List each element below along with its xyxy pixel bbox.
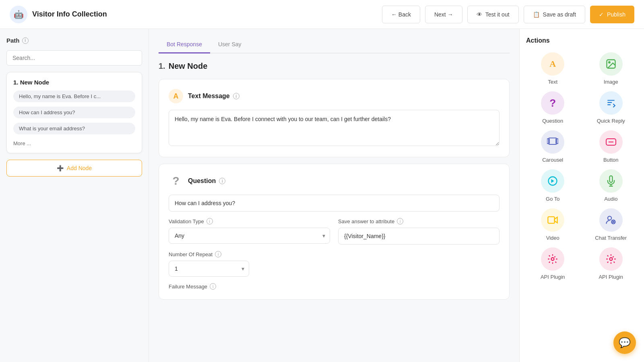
text-message-card: A Text Message i Hello, my name is Eva. … [159,79,510,157]
header: 🤖 Visitor Info Collection ← Back Next → … [0,0,644,29]
svg-point-14 [609,258,612,261]
action-question-label: Question [542,118,563,124]
action-goto-icon [541,169,564,193]
actions-panel: Actions ATextImage?QuestionQuick ReplyCa… [519,29,644,362]
repeat-group: Number Of Repeat i 1 2 3 ▾ [169,251,500,277]
next-button[interactable]: Next → [425,6,462,23]
action-text-icon: A [541,52,564,76]
failure-message-group: Failure Message i [169,283,500,290]
node-message-3[interactable]: What is your email address? [13,123,135,134]
action-quickreply-icon [599,91,623,115]
repeat-info-icon[interactable]: i [215,251,221,257]
chat-bubble[interactable]: 💬 [613,331,636,354]
question-info-icon[interactable]: i [219,178,225,184]
publish-label: Publish [607,11,625,18]
validation-type-select-wrapper: Any Email Number Text ▾ [169,228,330,244]
validation-info-icon[interactable]: i [206,218,213,224]
path-info-icon[interactable]: i [22,37,29,44]
svg-rect-4 [556,139,558,144]
save-draft-label: Save as draft [543,11,576,18]
question-form-row: Validation Type i Any Email Number Text … [169,218,500,245]
action-image[interactable]: Image [584,52,638,85]
node-more[interactable]: More ... [13,140,135,146]
action-apiplugin1-icon [541,247,564,271]
svg-rect-3 [547,139,549,144]
tab-bot-response[interactable]: Bot Response [159,37,210,53]
action-button[interactable]: Button [584,130,638,163]
app-title: Visitor Info Collection [32,10,377,19]
actions-title: Actions [526,37,638,44]
node-number: 1. [159,62,165,71]
failure-message-info-icon[interactable]: i [210,283,216,290]
add-node-button[interactable]: ➕ Add Node [6,160,142,177]
action-apiplugin1-label: API Plugin [541,274,565,280]
repeat-select[interactable]: 1 2 3 [169,261,249,277]
text-message-title: Text Message i [188,93,239,100]
question-input[interactable] [169,195,500,212]
action-video-label: Video [546,235,559,241]
add-node-label: Add Node [67,165,92,171]
action-carousel[interactable]: Carousel [526,130,580,163]
save-answer-label: Save answer to attribute i [338,218,500,224]
action-quickreply[interactable]: Quick Reply [584,91,638,124]
action-question-icon: ? [541,91,564,115]
text-icon: A [169,89,183,103]
action-text[interactable]: AText [526,52,580,85]
eye-icon: 👁 [477,11,482,18]
logo: 🤖 [10,6,27,23]
action-video-icon [541,208,564,232]
question-header: ? Question i [169,174,500,188]
next-label: Next → [434,11,453,18]
action-goto[interactable]: Go To [526,169,580,202]
svg-point-11 [608,216,611,220]
back-button[interactable]: ← Back [382,6,420,23]
logo-icon: 🤖 [14,10,24,19]
test-button[interactable]: 👁 Test it out [467,6,519,23]
action-apiplugin2-icon [599,247,623,271]
repeat-label: Number Of Repeat i [169,251,500,257]
save-answer-group: Save answer to attribute i [338,218,500,245]
action-audio[interactable]: Audio [584,169,638,202]
main-layout: Path i 1. New Node Hello, my name is Eva… [0,29,644,362]
node-message-1[interactable]: Hello, my name is Eva. Before I c... [13,90,135,102]
action-button-icon [599,130,623,154]
action-button-label: Button [603,157,619,163]
text-message-input[interactable]: Hello, my name is Eva. Before I connect … [169,110,500,146]
action-video[interactable]: Video [526,208,580,241]
action-image-icon [599,52,623,76]
node-name: New Node [169,62,208,71]
action-audio-icon [599,169,623,193]
svg-point-13 [551,258,554,261]
question-title: Question i [188,177,225,185]
save-answer-input[interactable] [338,228,500,245]
svg-rect-2 [549,138,557,144]
action-apiplugin1[interactable]: API Plugin [526,247,580,280]
action-apiplugin2[interactable]: API Plugin [584,247,638,280]
validation-type-select[interactable]: Any Email Number Text [169,228,330,244]
action-carousel-icon [541,130,564,154]
search-input[interactable] [6,50,142,66]
action-text-label: Text [548,79,557,85]
text-message-info-icon[interactable]: i [233,93,239,99]
repeat-select-wrapper: 1 2 3 ▾ [169,261,249,277]
question-card: ? Question i Validation Type i Any [159,164,510,300]
save-icon: 📋 [533,11,540,18]
save-draft-button[interactable]: 📋 Save as draft [524,6,586,23]
svg-point-1 [609,62,610,63]
action-chattransfer-icon [599,208,623,232]
validation-type-label: Validation Type i [169,218,330,224]
action-chattransfer[interactable]: Chat Transfer [584,208,638,241]
add-icon: ➕ [57,165,64,171]
action-question[interactable]: ?Question [526,91,580,124]
publish-button[interactable]: ✓ Publish [590,6,634,23]
save-answer-info-icon[interactable]: i [397,218,403,224]
node-message-2[interactable]: How can I address you? [13,107,135,118]
text-message-header: A Text Message i [169,89,500,103]
tab-bar: Bot Response User Say [159,37,510,53]
node-card: 1. New Node Hello, my name is Eva. Befor… [6,72,142,153]
header-actions: ← Back Next → 👁 Test it out 📋 Save as dr… [382,6,634,23]
action-goto-label: Go To [546,196,559,202]
text-icon-label: A [173,92,179,101]
path-panel: Path i 1. New Node Hello, my name is Eva… [0,29,149,362]
tab-user-say[interactable]: User Say [210,37,250,53]
